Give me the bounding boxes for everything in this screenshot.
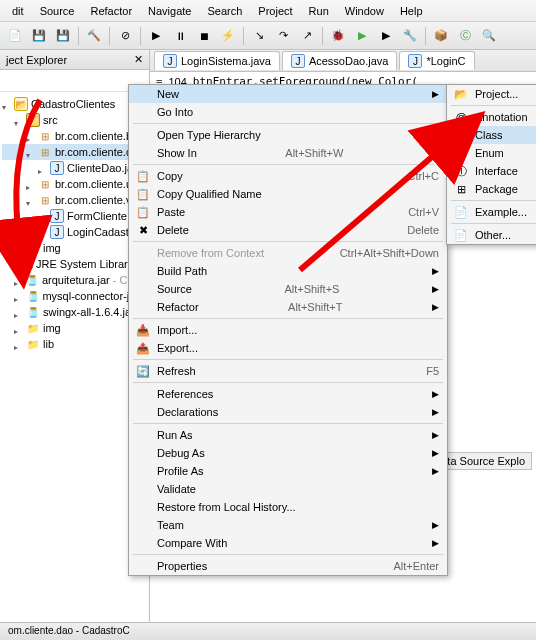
- menu-item-refresh[interactable]: 🔄RefreshF5: [129, 362, 447, 380]
- menu-item-other-[interactable]: 📄Other...: [447, 226, 536, 244]
- tree-item[interactable]: JFormCliente.ja: [2, 208, 147, 224]
- stop-icon[interactable]: ⏹: [193, 25, 215, 47]
- twist-icon[interactable]: [2, 100, 11, 109]
- menu-edit[interactable]: dit: [4, 2, 32, 20]
- menu-item-build-path[interactable]: Build Path▶: [129, 262, 447, 280]
- tree-item[interactable]: 📁img: [2, 240, 147, 256]
- twist-icon[interactable]: [14, 276, 23, 285]
- project-tree[interactable]: 📂CadastroClientes📁src⊞br.com.cliente.bea…: [0, 92, 149, 640]
- save-all-icon[interactable]: 💾: [52, 25, 74, 47]
- menu-item-example-[interactable]: 📄Example...: [447, 203, 536, 221]
- menu-item-paste[interactable]: 📋PasteCtrl+V: [129, 203, 447, 221]
- menu-run[interactable]: Run: [301, 2, 337, 20]
- menu-item-debug-as[interactable]: Debug As▶: [129, 444, 447, 462]
- tree-item[interactable]: ⊞br.com.cliente.util: [2, 176, 147, 192]
- menu-item-source[interactable]: SourceAlt+Shift+S▶: [129, 280, 447, 298]
- menu-item-enum[interactable]: ⒺEnum: [447, 144, 536, 162]
- menu-item-run-as[interactable]: Run As▶: [129, 426, 447, 444]
- twist-icon[interactable]: [14, 116, 23, 125]
- run-icon[interactable]: ▶: [351, 25, 373, 47]
- menu-item-new[interactable]: New▶: [129, 85, 447, 103]
- tree-item[interactable]: 🫙arquitetura.jar - C:\Us: [2, 272, 147, 288]
- ext-tools-icon[interactable]: 🔧: [399, 25, 421, 47]
- tree-item[interactable]: ⊞br.com.cliente.bea: [2, 128, 147, 144]
- skip-icon[interactable]: ⊘: [114, 25, 136, 47]
- menu-item-package[interactable]: ⊞Package: [447, 180, 536, 198]
- twist-icon[interactable]: [14, 292, 23, 301]
- pkg-icon: ⊞: [38, 129, 52, 143]
- menu-window[interactable]: Window: [337, 2, 392, 20]
- menu-item-compare-with[interactable]: Compare With▶: [129, 534, 447, 552]
- tree-item[interactable]: 📂CadastroClientes: [2, 96, 147, 112]
- menu-item-project-[interactable]: 📂Project...: [447, 85, 536, 103]
- step-into-icon[interactable]: ↘: [248, 25, 270, 47]
- twist-icon[interactable]: [38, 212, 47, 221]
- submenu-arrow-icon: ▶: [432, 89, 439, 99]
- menu-search[interactable]: Search: [199, 2, 250, 20]
- tree-item[interactable]: JClienteDao.jav: [2, 160, 147, 176]
- menu-item-copy-qualified-name[interactable]: 📋Copy Qualified Name: [129, 185, 447, 203]
- menu-project[interactable]: Project: [250, 2, 300, 20]
- build-icon[interactable]: 🔨: [83, 25, 105, 47]
- new-icon[interactable]: 📄: [4, 25, 26, 47]
- menu-item-validate[interactable]: Validate: [129, 480, 447, 498]
- tree-item[interactable]: ⊞br.com.cliente.dao: [2, 144, 147, 160]
- new-class-icon[interactable]: Ⓒ: [454, 25, 476, 47]
- suspend-icon[interactable]: ⏸: [169, 25, 191, 47]
- menu-item-profile-as[interactable]: Profile As▶: [129, 462, 447, 480]
- menu-refactor[interactable]: Refactor: [82, 2, 140, 20]
- close-icon[interactable]: ✕: [134, 53, 143, 66]
- menu-help[interactable]: Help: [392, 2, 431, 20]
- twist-icon[interactable]: [26, 180, 35, 189]
- menu-item-delete[interactable]: ✖DeleteDelete: [129, 221, 447, 239]
- tree-item[interactable]: 📁img: [2, 320, 147, 336]
- menu-item-declarations[interactable]: Declarations▶: [129, 403, 447, 421]
- twist-icon[interactable]: [14, 324, 23, 333]
- disconnect-icon[interactable]: ⚡: [217, 25, 239, 47]
- twist-icon[interactable]: [26, 132, 35, 141]
- menu-item-annotation[interactable]: @Annotation: [447, 108, 536, 126]
- menu-navigate[interactable]: Navigate: [140, 2, 199, 20]
- twist-icon[interactable]: [14, 340, 23, 349]
- menu-item-open-type-hierarchy[interactable]: Open Type HierarchyF4: [129, 126, 447, 144]
- twist-icon[interactable]: [38, 164, 47, 173]
- tree-item[interactable]: ⊞br.com.cliente.vie: [2, 192, 147, 208]
- twist-icon[interactable]: [26, 148, 35, 157]
- twist-icon[interactable]: [26, 196, 35, 205]
- menu-item-references[interactable]: References▶: [129, 385, 447, 403]
- menu-source[interactable]: Source: [32, 2, 83, 20]
- tree-item[interactable]: 🫙swingx-all-1.6.4.jar -: [2, 304, 147, 320]
- step-over-icon[interactable]: ↷: [272, 25, 294, 47]
- project-explorer-tab[interactable]: ject Explorer ✕: [0, 50, 149, 70]
- menu-item-copy[interactable]: 📋CopyCtrl+C: [129, 167, 447, 185]
- tree-item[interactable]: 🫙mysql-connector-java: [2, 288, 147, 304]
- menu-item-restore-from-local-history-[interactable]: Restore from Local History...: [129, 498, 447, 516]
- menu-item-refactor[interactable]: RefactorAlt+Shift+T▶: [129, 298, 447, 316]
- tree-item[interactable]: 📚JRE System Library[Ja: [2, 256, 147, 272]
- twist-icon[interactable]: [14, 308, 23, 317]
- save-icon[interactable]: 💾: [28, 25, 50, 47]
- twist-icon[interactable]: [14, 260, 18, 269]
- menu-item-interface[interactable]: ⒾInterface: [447, 162, 536, 180]
- menu-item-go-into[interactable]: Go Into: [129, 103, 447, 121]
- resume-icon[interactable]: ▶: [145, 25, 167, 47]
- menu-item-show-in[interactable]: Show InAlt+Shift+W▶: [129, 144, 447, 162]
- menu-item-class[interactable]: ⒸClass: [447, 126, 536, 144]
- twist-icon[interactable]: [38, 228, 47, 237]
- editor-tab[interactable]: JLoginSistema.java: [154, 51, 280, 70]
- step-return-icon[interactable]: ↗: [296, 25, 318, 47]
- editor-tab[interactable]: J*LoginC: [399, 51, 474, 70]
- open-type-icon[interactable]: 🔍: [478, 25, 500, 47]
- tree-item[interactable]: 📁lib: [2, 336, 147, 352]
- editor-tab[interactable]: JAcessoDao.java: [282, 51, 398, 70]
- twist-icon[interactable]: [14, 244, 23, 253]
- debug-icon[interactable]: 🐞: [327, 25, 349, 47]
- menu-item-properties[interactable]: PropertiesAlt+Enter: [129, 557, 447, 575]
- tree-item[interactable]: 📁src: [2, 112, 147, 128]
- menu-item-export-[interactable]: 📤Export...: [129, 339, 447, 357]
- menu-item-team[interactable]: Team▶: [129, 516, 447, 534]
- tree-item[interactable]: JLoginCadastro: [2, 224, 147, 240]
- menu-item-import-[interactable]: 📥Import...: [129, 321, 447, 339]
- new-pkg-icon[interactable]: 📦: [430, 25, 452, 47]
- run-last-icon[interactable]: ▶: [375, 25, 397, 47]
